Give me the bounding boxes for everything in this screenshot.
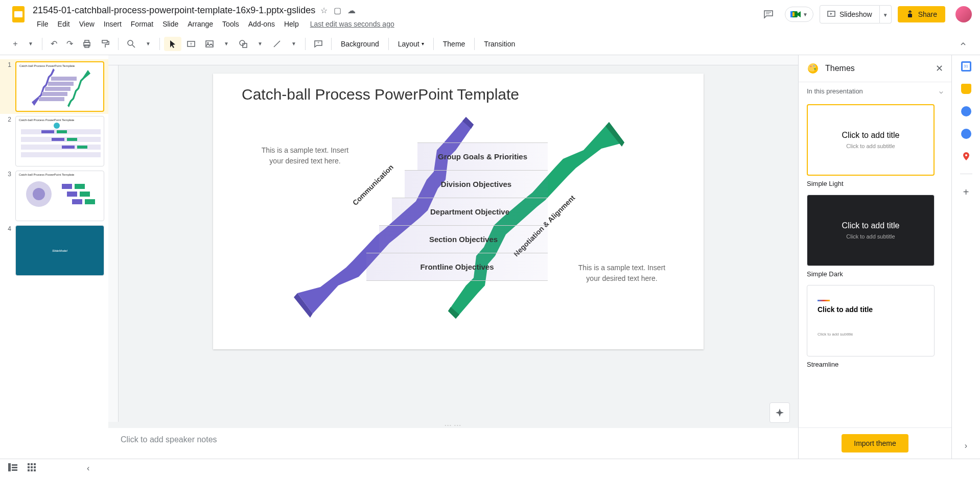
process-rows: Group Goals & Priorities Division Object… xyxy=(366,142,548,281)
process-row-2[interactable]: Division Objectives xyxy=(405,170,548,198)
slide-number: 4 xyxy=(4,225,11,276)
svg-rect-32 xyxy=(41,130,54,133)
menu-format[interactable]: Format xyxy=(127,18,157,30)
line-dropdown[interactable]: ▼ xyxy=(287,37,301,51)
shape-dropdown[interactable]: ▼ xyxy=(253,37,267,51)
meet-button[interactable]: ▼ xyxy=(785,7,813,22)
undo-icon[interactable]: ↶ xyxy=(46,37,61,51)
select-tool-icon[interactable] xyxy=(164,37,181,51)
slide-thumbnail-4[interactable]: SlideModel xyxy=(15,225,104,276)
app-header: 21545-01-catchball-process-powerpoint-te… xyxy=(0,0,980,33)
image-tool-icon[interactable] xyxy=(201,37,218,51)
zoom-icon[interactable] xyxy=(123,37,140,51)
line-tool-icon[interactable] xyxy=(268,37,286,51)
menu-tools[interactable]: Tools xyxy=(218,18,243,30)
themes-section-header[interactable]: In this presentation ⌵ xyxy=(799,82,951,100)
explore-button[interactable] xyxy=(769,402,790,423)
menu-addons[interactable]: Add-ons xyxy=(244,18,279,30)
speaker-notes[interactable]: Click to add speaker notes xyxy=(108,428,798,459)
zoom-dropdown[interactable]: ▼ xyxy=(141,37,155,51)
new-slide-button[interactable]: + xyxy=(8,37,22,51)
redo-icon[interactable]: ↷ xyxy=(62,37,77,51)
sample-text-left[interactable]: This is a sample text. Insert your desir… xyxy=(254,145,356,166)
menu-arrange[interactable]: Arrange xyxy=(183,18,217,30)
comment-tool-icon[interactable]: + xyxy=(310,37,327,51)
slide-filmstrip: 1 Catch-ball Process PowerPoint Template… xyxy=(0,55,108,459)
menu-insert[interactable]: Insert xyxy=(100,18,126,30)
star-icon[interactable]: ☆ xyxy=(320,6,328,15)
svg-rect-53 xyxy=(12,464,17,466)
add-app-icon[interactable]: + xyxy=(963,186,969,198)
svg-rect-55 xyxy=(12,469,17,471)
slide-thumbnail-1[interactable]: Catch-ball Process PowerPoint Template xyxy=(15,61,104,112)
share-button[interactable]: Share xyxy=(898,6,945,22)
theme-button[interactable]: Theme xyxy=(438,37,471,51)
menu-help[interactable]: Help xyxy=(280,18,303,30)
slide-title[interactable]: Catch-ball Process PowerPoint Template xyxy=(242,86,519,103)
svg-point-19 xyxy=(240,40,245,45)
paint-format-icon[interactable] xyxy=(97,37,114,51)
last-edit-link[interactable]: Last edit was seconds ago xyxy=(310,20,394,28)
calendar-app-icon[interactable]: 31 xyxy=(961,61,971,71)
slide-thumbnail-2[interactable]: Catch-ball Process PowerPoint Template xyxy=(15,116,104,166)
svg-rect-58 xyxy=(34,463,36,465)
comments-icon[interactable] xyxy=(758,4,779,25)
menu-edit[interactable]: Edit xyxy=(54,18,74,30)
collapse-filmstrip-icon[interactable]: ‹ xyxy=(87,464,89,473)
process-row-1[interactable]: Group Goals & Priorities xyxy=(417,142,548,170)
cloud-icon[interactable]: ☁ xyxy=(347,6,356,15)
import-theme-button[interactable]: Import theme xyxy=(842,434,908,452)
tasks-app-icon[interactable] xyxy=(961,106,971,116)
svg-point-13 xyxy=(128,40,133,45)
process-row-5[interactable]: Frontline Objectives xyxy=(366,253,548,281)
slide-thumbnail-3[interactable]: Catch-ball Process PowerPoint Template xyxy=(15,171,104,221)
menu-slide[interactable]: Slide xyxy=(158,18,182,30)
maps-app-icon[interactable] xyxy=(961,151,971,161)
theme-card-simple-light[interactable]: Click to add title Click to add subtitle xyxy=(807,104,935,176)
collapse-toolbar-icon[interactable] xyxy=(954,37,972,51)
svg-rect-34 xyxy=(52,138,64,141)
slideshow-button[interactable]: Slideshow xyxy=(820,5,880,23)
svg-rect-62 xyxy=(28,469,30,471)
keep-app-icon[interactable] xyxy=(961,84,971,94)
document-title[interactable]: 21545-01-catchball-process-powerpoint-te… xyxy=(33,5,315,16)
menu-view[interactable]: View xyxy=(75,18,99,30)
background-button[interactable]: Background xyxy=(336,37,384,51)
svg-line-21 xyxy=(274,41,280,47)
shape-tool-icon[interactable] xyxy=(235,37,252,51)
contacts-app-icon[interactable] xyxy=(961,129,971,139)
svg-text:+: + xyxy=(317,40,320,45)
close-icon[interactable]: ✕ xyxy=(936,63,943,74)
slide-number: 3 xyxy=(4,171,11,221)
textbox-tool-icon[interactable]: T xyxy=(182,37,200,51)
slideshow-dropdown[interactable]: ▼ xyxy=(880,5,892,23)
theme-card-simple-dark[interactable]: Click to add title Click to add subtitle xyxy=(807,195,935,266)
sample-text-right[interactable]: This is a sample text. Insert your desir… xyxy=(571,263,673,284)
transition-button[interactable]: Transition xyxy=(479,37,520,51)
slide-canvas[interactable]: Catch-ball Process PowerPoint Template T… xyxy=(213,74,704,349)
filmstrip-view-icon[interactable] xyxy=(8,463,17,473)
user-avatar[interactable] xyxy=(955,6,972,22)
new-slide-dropdown[interactable]: ▼ xyxy=(24,37,38,51)
notes-drag-handle[interactable] xyxy=(108,422,798,428)
theme-name: Simple Light xyxy=(807,180,943,187)
sidebar-expand-icon[interactable]: › xyxy=(965,441,967,450)
svg-point-38 xyxy=(54,123,60,129)
theme-card-streamline[interactable]: Click to add title Click to add subtitle xyxy=(807,285,935,356)
svg-rect-54 xyxy=(12,467,17,468)
svg-rect-64 xyxy=(34,469,36,471)
layout-button[interactable]: Layout▾ xyxy=(393,37,429,51)
svg-rect-36 xyxy=(62,146,75,149)
vertical-ruler xyxy=(108,65,119,422)
print-icon[interactable] xyxy=(78,37,96,51)
move-icon[interactable]: ▢ xyxy=(334,6,341,15)
grid-view-icon[interactable] xyxy=(28,463,36,473)
process-row-3[interactable]: Department Objective xyxy=(392,198,548,225)
menu-file[interactable]: File xyxy=(33,18,53,30)
svg-rect-6 xyxy=(790,11,792,17)
process-row-4[interactable]: Section Objectives xyxy=(379,225,548,253)
svg-rect-1 xyxy=(14,11,22,17)
slides-logo[interactable] xyxy=(8,4,29,25)
toolbar: + ▼ ↶ ↷ ▼ T ▼ ▼ ▼ xyxy=(0,33,980,55)
image-dropdown[interactable]: ▼ xyxy=(219,37,234,51)
